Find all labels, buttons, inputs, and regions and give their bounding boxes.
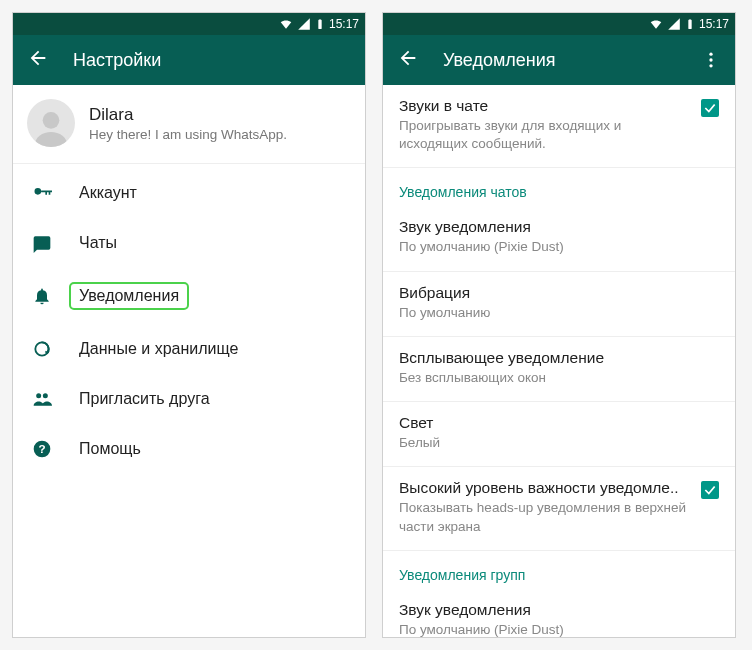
setting-subtitle: Показывать heads-up уведомления в верхне… — [399, 499, 691, 535]
setting-subtitle: По умолчанию (Pixie Dust) — [399, 238, 719, 256]
wifi-icon — [279, 17, 293, 31]
battery-icon — [315, 17, 325, 31]
menu-item-label: Уведомления — [69, 282, 189, 310]
menu-item-key[interactable]: Аккаунт — [13, 168, 365, 218]
menu-item-label: Помощь — [79, 440, 141, 458]
setting-title: Звуки в чате — [399, 97, 691, 115]
svg-point-0 — [43, 112, 60, 129]
menu-item-bell[interactable]: Уведомления — [13, 268, 365, 324]
notifications-content: Звуки в чате Проигрывать звуки для входя… — [383, 85, 735, 637]
checkbox-checked-icon[interactable] — [701, 481, 719, 499]
wifi-icon — [649, 17, 663, 31]
signal-icon — [667, 17, 681, 31]
svg-point-2 — [36, 393, 41, 398]
menu-item-label: Пригласить друга — [79, 390, 210, 408]
setting-title: Звук уведомления — [399, 601, 719, 619]
svg-point-8 — [709, 64, 712, 67]
setting-group-tone[interactable]: Звук уведомления По умолчанию (Pixie Dus… — [383, 589, 735, 637]
bell-icon — [31, 285, 53, 307]
setting-high-priority[interactable]: Высокий уровень важности уведомле.. Пока… — [383, 467, 735, 550]
battery-icon — [685, 17, 695, 31]
divider — [13, 163, 365, 164]
setting-subtitle: Белый — [399, 434, 719, 452]
setting-subtitle: По умолчанию (Pixie Dust) — [399, 621, 719, 637]
profile-status: Hey there! I am using WhatsApp. — [89, 127, 287, 142]
back-icon[interactable] — [397, 47, 419, 73]
signal-icon — [297, 17, 311, 31]
menu-item-help[interactable]: ?Помощь — [13, 424, 365, 474]
menu-item-chat[interactable]: Чаты — [13, 218, 365, 268]
setting-conversation-tones[interactable]: Звуки в чате Проигрывать звуки для входя… — [383, 85, 735, 168]
setting-title: Свет — [399, 414, 719, 432]
setting-vibrate[interactable]: Вибрация По умолчанию — [383, 272, 735, 337]
setting-light[interactable]: Свет Белый — [383, 402, 735, 467]
settings-content: Dilara Hey there! I am using WhatsApp. А… — [13, 85, 365, 637]
status-bar: 15:17 — [13, 13, 365, 35]
invite-icon — [31, 388, 53, 410]
setting-subtitle: По умолчанию — [399, 304, 719, 322]
svg-point-3 — [43, 393, 48, 398]
menu-item-invite[interactable]: Пригласить друга — [13, 374, 365, 424]
notifications-screen: 15:17 Уведомления Звуки в чате Проигрыва… — [382, 12, 736, 638]
profile-name: Dilara — [89, 105, 287, 125]
back-icon[interactable] — [27, 47, 49, 73]
profile-row[interactable]: Dilara Hey there! I am using WhatsApp. — [13, 85, 365, 163]
menu-item-label: Чаты — [79, 234, 117, 252]
menu-item-label: Данные и хранилище — [79, 340, 238, 358]
key-icon — [31, 182, 53, 204]
page-title: Настройки — [73, 50, 351, 71]
checkbox-checked-icon[interactable] — [701, 99, 719, 117]
section-header-chats: Уведомления чатов — [383, 168, 735, 206]
page-title: Уведомления — [443, 50, 677, 71]
status-time: 15:17 — [699, 17, 729, 31]
setting-notification-tone[interactable]: Звук уведомления По умолчанию (Pixie Dus… — [383, 206, 735, 271]
data-icon — [31, 338, 53, 360]
svg-text:?: ? — [38, 442, 45, 455]
section-header-groups: Уведомления групп — [383, 551, 735, 589]
chat-icon — [31, 232, 53, 254]
menu-item-label: Аккаунт — [79, 184, 137, 202]
menu-item-data[interactable]: Данные и хранилище — [13, 324, 365, 374]
setting-popup[interactable]: Всплывающее уведомление Без всплывающих … — [383, 337, 735, 402]
status-bar: 15:17 — [383, 13, 735, 35]
more-icon[interactable] — [701, 50, 721, 70]
svg-point-6 — [709, 53, 712, 56]
setting-subtitle: Без всплывающих окон — [399, 369, 719, 387]
settings-screen: 15:17 Настройки Dilara Hey there! I am u… — [12, 12, 366, 638]
setting-title: Высокий уровень важности уведомле.. — [399, 479, 691, 497]
setting-title: Звук уведомления — [399, 218, 719, 236]
svg-point-7 — [709, 58, 712, 61]
profile-text: Dilara Hey there! I am using WhatsApp. — [89, 105, 287, 142]
setting-subtitle: Проигрывать звуки для входящих и исходящ… — [399, 117, 691, 153]
setting-title: Всплывающее уведомление — [399, 349, 719, 367]
help-icon: ? — [31, 438, 53, 460]
setting-title: Вибрация — [399, 284, 719, 302]
avatar — [27, 99, 75, 147]
status-time: 15:17 — [329, 17, 359, 31]
app-bar: Настройки — [13, 35, 365, 85]
app-bar: Уведомления — [383, 35, 735, 85]
